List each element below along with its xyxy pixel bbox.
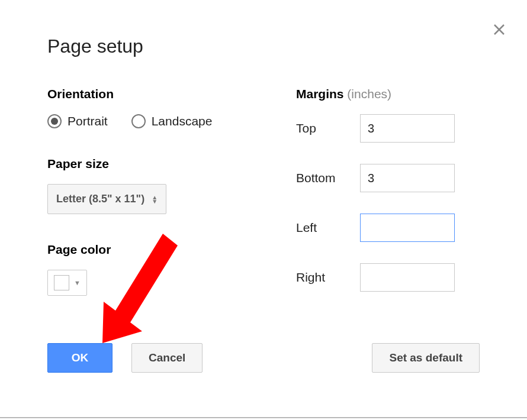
margin-top-label: Top — [296, 121, 349, 135]
page-setup-dialog: Page setup Orientation Portrait Landscap… — [0, 0, 527, 420]
margin-right-input[interactable] — [360, 263, 455, 292]
orientation-label: Orientation — [47, 87, 243, 101]
paper-size-label: Paper size — [47, 157, 243, 171]
ok-button[interactable]: OK — [47, 343, 113, 373]
margins-label-text: Margins — [296, 87, 344, 101]
cancel-button[interactable]: Cancel — [131, 343, 203, 373]
stepper-icon: ▲ ▼ — [152, 195, 158, 203]
page-color-label: Page color — [47, 243, 243, 257]
close-icon — [492, 22, 506, 37]
margin-bottom-input[interactable] — [360, 164, 455, 192]
orientation-landscape-label: Landscape — [152, 114, 213, 128]
orientation-portrait-radio[interactable]: Portrait — [47, 114, 108, 128]
margin-right-row: Right — [296, 263, 480, 292]
bottom-divider — [0, 417, 527, 418]
margin-bottom-label: Bottom — [296, 171, 349, 185]
paper-size-selected: Letter (8.5" x 11") — [56, 193, 144, 205]
dialog-button-row: OK Cancel Set as default — [47, 343, 480, 373]
margin-left-input[interactable] — [360, 214, 455, 242]
orientation-group: Portrait Landscape — [47, 114, 243, 128]
set-as-default-button[interactable]: Set as default — [372, 343, 480, 373]
margin-right-label: Right — [296, 270, 349, 285]
margin-left-label: Left — [296, 221, 349, 235]
dialog-title: Page setup — [47, 35, 480, 57]
chevron-down-icon: ▼ — [74, 279, 81, 286]
radio-icon — [131, 114, 146, 128]
margin-top-row: Top — [296, 114, 480, 143]
margins-label: Margins (inches) — [296, 87, 480, 101]
radio-icon — [47, 114, 62, 128]
margin-top-input[interactable] — [360, 114, 455, 143]
margin-left-row: Left — [296, 214, 480, 242]
margins-units: (inches) — [347, 87, 391, 101]
orientation-portrait-label: Portrait — [68, 114, 108, 128]
orientation-landscape-radio[interactable]: Landscape — [131, 114, 213, 128]
margin-bottom-row: Bottom — [296, 164, 480, 192]
close-button[interactable] — [492, 22, 506, 39]
paper-size-select[interactable]: Letter (8.5" x 11") ▲ ▼ — [47, 184, 166, 214]
color-swatch — [54, 275, 69, 290]
page-color-picker[interactable]: ▼ — [47, 270, 87, 296]
